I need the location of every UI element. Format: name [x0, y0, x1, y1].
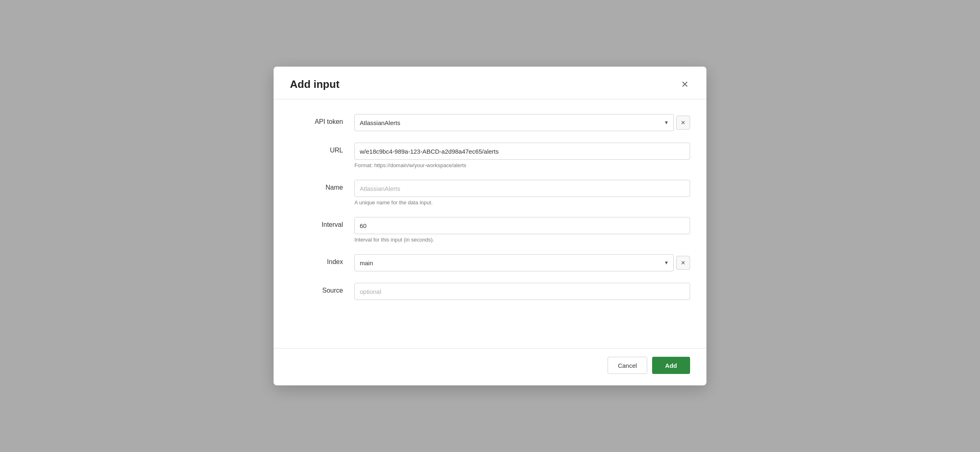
interval-hint: Interval for this input (in seconds).: [354, 237, 690, 243]
url-row: URL Format: https://domain/w/your-worksp…: [290, 143, 690, 168]
interval-row: Interval Interval for this input (in sec…: [290, 217, 690, 243]
close-button[interactable]: ✕: [679, 78, 690, 91]
index-input-group: main ▼ ✕: [354, 254, 690, 271]
url-input[interactable]: [354, 143, 690, 160]
interval-field: Interval for this input (in seconds).: [354, 217, 690, 243]
interval-input[interactable]: [354, 217, 690, 234]
index-select-wrapper: main ▼: [354, 254, 674, 271]
api-token-field: AtlassianAlerts ▼ ✕: [354, 114, 690, 131]
index-select[interactable]: main: [354, 254, 674, 271]
index-clear-button[interactable]: ✕: [676, 256, 690, 270]
name-hint: A unique name for the data input.: [354, 199, 690, 206]
modal-overlay: Add input ✕ API token AtlassianAlerts ▼: [0, 0, 980, 452]
source-field: [354, 283, 690, 300]
api-token-clear-button[interactable]: ✕: [676, 116, 690, 130]
url-hint: Format: https://domain/w/your-workspace/…: [354, 162, 690, 168]
name-input[interactable]: [354, 180, 690, 197]
api-token-select[interactable]: AtlassianAlerts: [354, 114, 674, 131]
index-row: Index main ▼ ✕: [290, 254, 690, 271]
modal-title: Add input: [290, 78, 339, 91]
modal-dialog: Add input ✕ API token AtlassianAlerts ▼: [274, 67, 706, 385]
modal-body: API token AtlassianAlerts ▼ ✕ UR: [274, 99, 706, 348]
index-field: main ▼ ✕: [354, 254, 690, 271]
interval-label: Interval: [290, 217, 343, 228]
api-token-input-group: AtlassianAlerts ▼ ✕: [354, 114, 690, 131]
modal-footer: Cancel Add: [274, 348, 706, 385]
url-label: URL: [290, 143, 343, 154]
url-field: Format: https://domain/w/your-workspace/…: [354, 143, 690, 168]
source-input[interactable]: [354, 283, 690, 300]
modal-header: Add input ✕: [274, 67, 706, 99]
source-label: Source: [290, 283, 343, 294]
index-label: Index: [290, 254, 343, 266]
api-token-row: API token AtlassianAlerts ▼ ✕: [290, 114, 690, 131]
name-field: A unique name for the data input.: [354, 180, 690, 206]
cancel-button[interactable]: Cancel: [608, 357, 647, 374]
name-row: Name A unique name for the data input.: [290, 180, 690, 206]
name-label: Name: [290, 180, 343, 191]
api-token-label: API token: [290, 114, 343, 125]
source-row: Source: [290, 283, 690, 300]
api-token-select-wrapper: AtlassianAlerts ▼: [354, 114, 674, 131]
add-button[interactable]: Add: [652, 357, 690, 374]
